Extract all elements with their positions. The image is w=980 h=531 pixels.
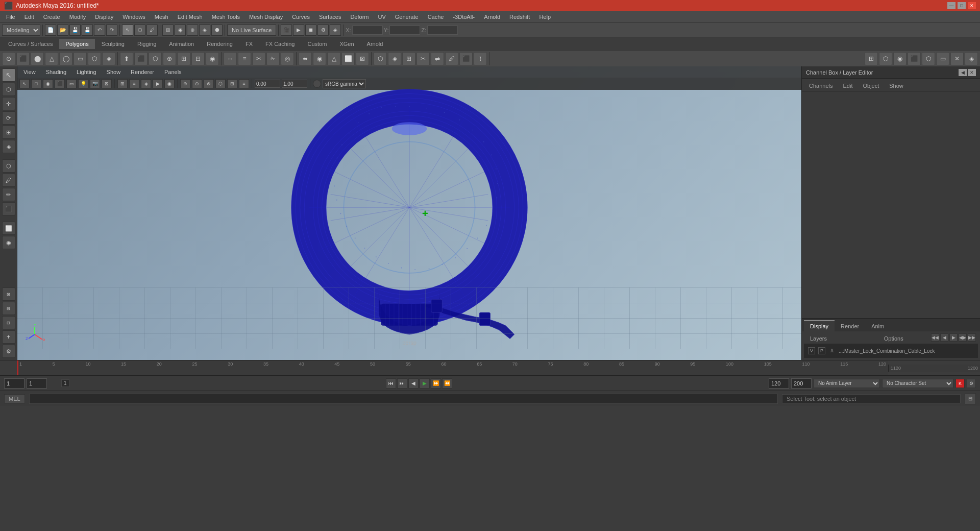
paint-btn[interactable]: ⬛ <box>2 202 15 215</box>
vp-display-type[interactable]: ◈ <box>141 79 151 88</box>
vp-snap-all[interactable]: ⊗ <box>204 79 214 88</box>
go-end-btn[interactable]: ⏪ <box>442 378 452 389</box>
uv-editor[interactable]: ⬡ <box>374 52 387 65</box>
viewport[interactable]: View Shading Lighting Show Renderer Pane… <box>17 66 801 360</box>
tab-animation[interactable]: Animation <box>163 39 200 49</box>
vp-shaded[interactable]: ⬛ <box>55 79 65 88</box>
undo-btn[interactable]: ↶ <box>94 25 105 36</box>
vp-menu-view[interactable]: View <box>20 68 39 76</box>
vp-menu-shading[interactable]: Shading <box>43 68 69 76</box>
vertex-color[interactable]: ⬛ <box>459 52 473 65</box>
panel-close-btn[interactable]: ✕ <box>968 69 976 76</box>
display-layer-btn[interactable]: ⊠ <box>2 287 15 301</box>
vp-isolate[interactable]: ⊠ <box>102 79 112 88</box>
render-settings-btn[interactable]: ⚙ <box>317 25 329 36</box>
toggle-poly[interactable]: ⬛ <box>908 52 921 65</box>
paint-tool[interactable]: 🖊 <box>146 25 158 36</box>
vp-render-btn[interactable]: ▶ <box>153 79 163 88</box>
hypershade-btn[interactable]: ◈ <box>330 25 341 36</box>
z-field[interactable] <box>427 26 458 35</box>
vp-menu-panels[interactable]: Panels <box>161 68 185 76</box>
snap-surface-btn[interactable]: ◈ <box>199 25 210 36</box>
menu-arnold[interactable]: Arnold <box>480 13 504 21</box>
vp-menu-show[interactable]: Show <box>104 68 124 76</box>
layer-p-toggle[interactable]: P <box>818 347 825 354</box>
select-tool[interactable]: ↖ <box>122 25 133 36</box>
menu-deform[interactable]: Deform <box>346 13 373 21</box>
menu-cache[interactable]: Cache <box>424 13 448 21</box>
vp-aa[interactable]: ◉ <box>164 79 175 88</box>
layer-prev-one[interactable]: ◀ <box>940 333 948 342</box>
playback-end-field[interactable] <box>769 378 789 389</box>
disk-tool[interactable]: ⬡ <box>88 52 101 65</box>
menu-windows[interactable]: Windows <box>118 13 150 21</box>
play-back-btn[interactable]: ◀ <box>408 378 419 389</box>
bridge-tool[interactable]: ⬛ <box>134 52 148 65</box>
universal-tool-btn[interactable]: ◈ <box>2 140 15 153</box>
paint-select-btn[interactable]: ⬡ <box>2 83 15 96</box>
isolate[interactable]: ◉ <box>893 52 906 65</box>
ipr-render-btn[interactable]: ▶ <box>293 25 304 36</box>
frame-all[interactable]: ⬡ <box>879 52 892 65</box>
tab-curves-surfaces[interactable]: Curves / Surfaces <box>2 39 59 49</box>
menu-create[interactable]: Create <box>39 13 64 21</box>
cone-tool[interactable]: △ <box>45 52 58 65</box>
soft-select-btn[interactable]: ⬡ <box>2 159 15 173</box>
x-field[interactable] <box>352 26 383 35</box>
sphere-tool[interactable]: ⊙ <box>2 52 15 65</box>
layer-visible-toggle[interactable]: V <box>808 347 815 354</box>
uv-layout[interactable]: ⊞ <box>402 52 415 65</box>
bevel-tool[interactable]: ⬡ <box>149 52 162 65</box>
menu-3dto-all[interactable]: -3DtoAll- <box>449 13 479 21</box>
vp-wireframe[interactable]: □ <box>31 79 41 88</box>
character-set-dropdown[interactable]: No Character Set <box>882 379 953 388</box>
pipe-tool[interactable]: ◈ <box>102 52 115 65</box>
tab-anim[interactable]: Anim <box>865 321 890 331</box>
tab-polygons[interactable]: Polygons <box>59 39 94 49</box>
render-btn[interactable]: 🎥 <box>281 25 292 36</box>
tab-rendering[interactable]: Rendering <box>201 39 239 49</box>
minimize-button[interactable]: — <box>947 2 955 9</box>
merge-tool[interactable]: ⊕ <box>163 52 176 65</box>
edge-loop-tool[interactable]: ↔ <box>224 52 237 65</box>
scale-tool-btn[interactable]: ⊞ <box>2 126 15 139</box>
anim-end-field[interactable] <box>791 378 812 389</box>
menu-mesh-display[interactable]: Mesh Display <box>245 13 287 21</box>
tab-edit[interactable]: Edit <box>838 81 857 91</box>
smooth-tool[interactable]: ◉ <box>313 52 326 65</box>
measure-btn[interactable]: ✏ <box>2 188 15 201</box>
vp-smooth[interactable]: ◉ <box>43 79 53 88</box>
cage[interactable]: ⬡ <box>922 52 935 65</box>
menu-help[interactable]: Help <box>535 13 555 21</box>
vp-lights[interactable]: 💡 <box>78 79 88 88</box>
menu-file[interactable]: File <box>2 13 19 21</box>
play-fwd-btn[interactable]: ▶ <box>420 378 430 389</box>
menu-mesh[interactable]: Mesh <box>151 13 173 21</box>
menu-modify[interactable]: Modify <box>65 13 90 21</box>
layer-play-btn[interactable]: ▶ <box>949 333 958 342</box>
camera-btn[interactable]: ◉ <box>2 236 15 249</box>
triangulate[interactable]: △ <box>327 52 340 65</box>
vp-grid[interactable]: ⊞ <box>117 79 128 88</box>
current-frame-field[interactable] <box>27 378 47 389</box>
plus-btn[interactable]: + <box>2 330 15 344</box>
tab-options[interactable]: Options <box>880 334 908 343</box>
uv-unfold[interactable]: ◈ <box>388 52 401 65</box>
tab-show[interactable]: Show <box>884 81 909 91</box>
vp-snap-step[interactable]: ≡ <box>239 79 249 88</box>
paint-vertex[interactable]: 🖊 <box>445 52 458 65</box>
extrude-tool[interactable]: ⬆ <box>120 52 133 65</box>
cylinder-tool[interactable]: ⬤ <box>31 52 44 65</box>
combine-tool[interactable]: ⊞ <box>177 52 190 65</box>
crease[interactable]: ▭ <box>936 52 949 65</box>
step-fwd-btn[interactable]: ⏩ <box>431 378 441 389</box>
rotate-tool-btn[interactable]: ⟳ <box>2 111 15 125</box>
script-editor-btn[interactable]: ⊟ <box>965 393 976 404</box>
menu-display[interactable]: Display <box>91 13 117 21</box>
menu-surfaces[interactable]: Surfaces <box>315 13 345 21</box>
vp-snap-multi[interactable]: ⊙ <box>192 79 202 88</box>
tab-xgen[interactable]: XGen <box>333 39 360 49</box>
timeline-right[interactable]: 1120 1200 <box>888 365 980 372</box>
target-weld[interactable]: ◎ <box>281 52 294 65</box>
autokey-btn[interactable]: K <box>955 379 965 388</box>
